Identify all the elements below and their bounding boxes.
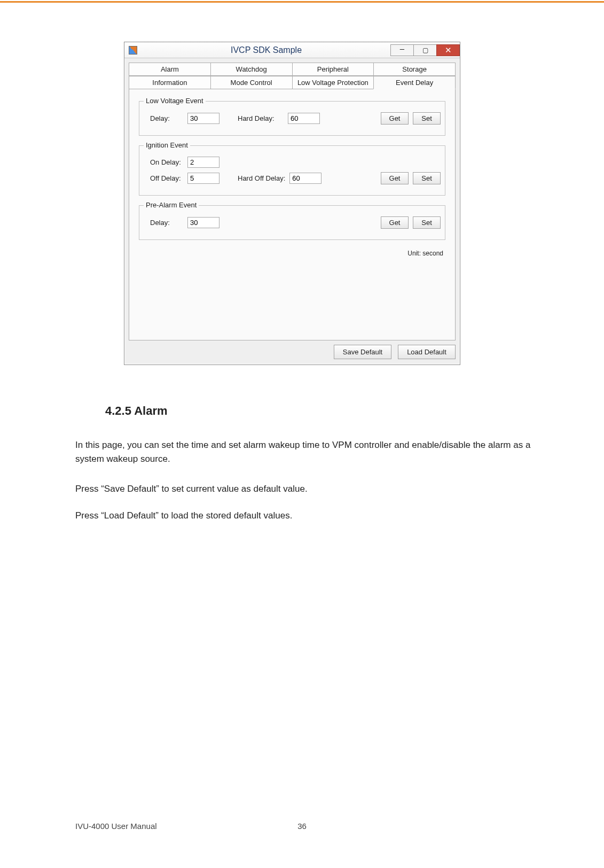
- titlebar: IVCP SDK Sample: [124, 42, 460, 58]
- window-buttons: [391, 44, 460, 56]
- tab-peripheral[interactable]: Peripheral: [292, 63, 374, 76]
- prealarm-get-button[interactable]: Get: [381, 216, 409, 229]
- tab-body: Low Voltage Event Delay: Hard Delay: Get…: [129, 89, 456, 340]
- minimize-button[interactable]: [390, 44, 414, 56]
- tab-alarm[interactable]: Alarm: [129, 63, 211, 76]
- low-voltage-hard-delay-input[interactable]: [288, 113, 320, 124]
- tab-strip: Alarm Watchdog Peripheral Storage Inform…: [129, 63, 456, 89]
- prealarm-delay-input[interactable]: [187, 217, 219, 228]
- page-container: IVCP SDK Sample Alarm Watchdog Periphera…: [0, 0, 604, 868]
- low-voltage-delay-label: Delay:: [150, 114, 183, 122]
- ignition-off-delay-label: Off Delay:: [150, 174, 183, 182]
- tab-event-delay[interactable]: Event Delay: [373, 76, 456, 89]
- app-icon: [129, 46, 137, 55]
- paragraph-3: Press “Load Default” to load the stored …: [75, 509, 545, 523]
- group-title-low-voltage: Low Voltage Event: [144, 97, 206, 105]
- load-default-button[interactable]: Load Default: [398, 345, 456, 359]
- ignition-get-button[interactable]: Get: [381, 172, 409, 184]
- ignition-on-delay-input[interactable]: [187, 157, 219, 168]
- bottom-bar: Save Default Load Default: [129, 345, 456, 359]
- app-window: IVCP SDK Sample Alarm Watchdog Periphera…: [124, 42, 460, 365]
- group-title-prealarm: Pre-Alarm Event: [144, 201, 199, 209]
- prealarm-set-button[interactable]: Set: [413, 216, 441, 229]
- ignition-off-delay-input[interactable]: [187, 173, 219, 184]
- paragraph-2: Press “Save Default” to set current valu…: [75, 482, 545, 496]
- footer-page-number: 36: [297, 821, 307, 831]
- ignition-set-button[interactable]: Set: [413, 172, 441, 184]
- tab-storage[interactable]: Storage: [373, 63, 456, 76]
- group-ignition: Ignition Event On Delay: Off Delay: Hard…: [139, 145, 445, 196]
- tab-low-voltage-protection[interactable]: Low Voltage Protection: [292, 76, 374, 89]
- low-voltage-hard-delay-label: Hard Delay:: [238, 114, 284, 122]
- ignition-on-delay-label: On Delay:: [150, 158, 183, 166]
- low-voltage-get-button[interactable]: Get: [381, 112, 409, 125]
- save-default-button[interactable]: Save Default: [334, 345, 391, 359]
- footer-manual-title: IVU-4000 User Manual: [75, 821, 157, 831]
- group-prealarm: Pre-Alarm Event Delay: Get Set: [139, 205, 445, 240]
- tab-mode-control[interactable]: Mode Control: [210, 76, 293, 89]
- prealarm-delay-label: Delay:: [150, 219, 183, 227]
- tab-information[interactable]: Information: [129, 76, 211, 89]
- window-title: IVCP SDK Sample: [142, 45, 391, 55]
- ignition-hard-off-input[interactable]: [289, 173, 321, 184]
- maximize-button[interactable]: [413, 44, 437, 56]
- group-title-ignition: Ignition Event: [144, 141, 190, 149]
- ignition-hard-off-label: Hard Off Delay:: [238, 174, 285, 182]
- low-voltage-delay-input[interactable]: [187, 113, 219, 124]
- tab-watchdog[interactable]: Watchdog: [210, 63, 293, 76]
- paragraph-1: In this page, you can set the time and s…: [75, 438, 545, 466]
- low-voltage-set-button[interactable]: Set: [413, 112, 441, 125]
- unit-note: Unit: second: [139, 250, 445, 257]
- section-heading: 4.2.5 Alarm: [105, 404, 168, 418]
- group-low-voltage: Low Voltage Event Delay: Hard Delay: Get…: [139, 101, 445, 136]
- close-button[interactable]: [436, 44, 460, 56]
